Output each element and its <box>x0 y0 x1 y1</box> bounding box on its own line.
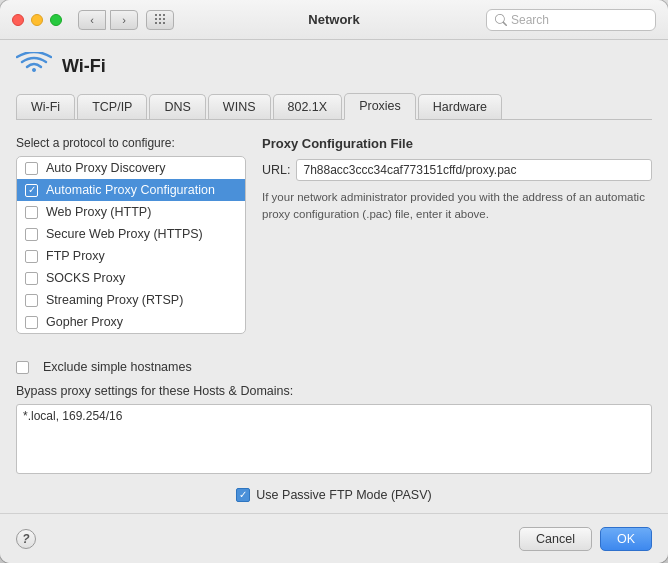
protocol-label-secure-web-proxy: Secure Web Proxy (HTTPS) <box>46 227 203 241</box>
protocol-label-auto-discovery: Auto Proxy Discovery <box>46 161 165 175</box>
wifi-label: Wi-Fi <box>62 56 106 77</box>
minimize-button[interactable] <box>31 14 43 26</box>
wifi-header: Wi-Fi <box>16 52 652 81</box>
url-input[interactable] <box>296 159 652 181</box>
tab-8021x[interactable]: 802.1X <box>273 94 343 119</box>
network-window: ‹ › Network <box>0 0 668 563</box>
protocol-label-socks-proxy: SOCKS Proxy <box>46 271 125 285</box>
protocol-label-streaming-proxy: Streaming Proxy (RTSP) <box>46 293 183 307</box>
ok-button[interactable]: OK <box>600 527 652 551</box>
checkbox-socks-proxy[interactable] <box>25 272 38 285</box>
proxy-config-title: Proxy Configuration File <box>262 136 652 151</box>
protocol-label-auto-config: Automatic Proxy Configuration <box>46 183 215 197</box>
protocol-item-auto-discovery[interactable]: Auto Proxy Discovery <box>17 157 245 179</box>
close-button[interactable] <box>12 14 24 26</box>
search-icon <box>495 14 507 26</box>
checkbox-ftp-proxy[interactable] <box>25 250 38 263</box>
tab-wifi[interactable]: Wi-Fi <box>16 94 75 119</box>
footer-buttons: Cancel OK <box>519 527 652 551</box>
forward-button[interactable]: › <box>110 10 138 30</box>
protocol-list: Auto Proxy Discovery ✓ Automatic Proxy C… <box>16 156 246 334</box>
pasv-row: ✓ Use Passive FTP Mode (PASV) <box>0 477 668 513</box>
config-description: If your network administrator provided y… <box>262 189 652 224</box>
tab-hardware[interactable]: Hardware <box>418 94 502 119</box>
protocol-item-secure-web-proxy[interactable]: Secure Web Proxy (HTTPS) <box>17 223 245 245</box>
protocol-item-auto-config[interactable]: ✓ Automatic Proxy Configuration <box>17 179 245 201</box>
protocol-item-streaming-proxy[interactable]: Streaming Proxy (RTSP) <box>17 289 245 311</box>
cancel-button[interactable]: Cancel <box>519 527 592 551</box>
nav-buttons: ‹ › <box>78 10 138 30</box>
checkbox-web-proxy[interactable] <box>25 206 38 219</box>
checkbox-exclude-hostnames[interactable] <box>16 361 29 374</box>
checkbox-streaming-proxy[interactable] <box>25 294 38 307</box>
window-title: Network <box>308 12 359 27</box>
content-area: Wi-Fi Wi-Fi TCP/IP DNS WINS 802.1X Proxi… <box>0 40 668 477</box>
footer: ? Cancel OK <box>0 513 668 563</box>
url-label: URL: <box>262 163 290 177</box>
protocol-label-gopher-proxy: Gopher Proxy <box>46 315 123 329</box>
grid-button[interactable] <box>146 10 174 30</box>
protocol-label-ftp-proxy: FTP Proxy <box>46 249 105 263</box>
tab-tcpip[interactable]: TCP/IP <box>77 94 147 119</box>
protocol-item-ftp-proxy[interactable]: FTP Proxy <box>17 245 245 267</box>
search-box <box>486 9 656 31</box>
protocol-item-socks-proxy[interactable]: SOCKS Proxy <box>17 267 245 289</box>
protocol-item-gopher-proxy[interactable]: Gopher Proxy <box>17 311 245 333</box>
bottom-section: Exclude simple hostnames Bypass proxy se… <box>16 360 652 477</box>
checkmark-auto-config: ✓ <box>28 185 36 195</box>
tab-dns[interactable]: DNS <box>149 94 205 119</box>
protocol-label-web-proxy: Web Proxy (HTTP) <box>46 205 151 219</box>
protocol-item-web-proxy[interactable]: Web Proxy (HTTP) <box>17 201 245 223</box>
pasv-label: Use Passive FTP Mode (PASV) <box>256 488 431 502</box>
bypass-label: Bypass proxy settings for these Hosts & … <box>16 384 652 398</box>
bypass-textarea[interactable]: *.local, 169.254/16 <box>16 404 652 474</box>
tab-wins[interactable]: WINS <box>208 94 271 119</box>
checkbox-auto-config[interactable]: ✓ <box>25 184 38 197</box>
maximize-button[interactable] <box>50 14 62 26</box>
main-panel: Select a protocol to configure: Auto Pro… <box>16 136 652 352</box>
exclude-row: Exclude simple hostnames <box>16 360 652 374</box>
protocol-panel: Select a protocol to configure: Auto Pro… <box>16 136 246 352</box>
checkmark-pasv: ✓ <box>239 490 247 500</box>
url-row: URL: <box>262 159 652 181</box>
help-button[interactable]: ? <box>16 529 36 549</box>
tabs: Wi-Fi TCP/IP DNS WINS 802.1X Proxies Har… <box>16 93 652 120</box>
checkbox-secure-web-proxy[interactable] <box>25 228 38 241</box>
traffic-lights <box>12 14 62 26</box>
exclude-label: Exclude simple hostnames <box>43 360 192 374</box>
checkbox-gopher-proxy[interactable] <box>25 316 38 329</box>
checkbox-pasv[interactable]: ✓ <box>236 488 250 502</box>
tab-proxies[interactable]: Proxies <box>344 93 416 120</box>
wifi-icon <box>16 52 52 81</box>
search-input[interactable] <box>511 13 647 27</box>
protocol-section-label: Select a protocol to configure: <box>16 136 246 150</box>
titlebar: ‹ › Network <box>0 0 668 40</box>
checkbox-auto-discovery[interactable] <box>25 162 38 175</box>
back-button[interactable]: ‹ <box>78 10 106 30</box>
proxy-config-panel: Proxy Configuration File URL: If your ne… <box>262 136 652 352</box>
grid-icon <box>155 14 166 25</box>
